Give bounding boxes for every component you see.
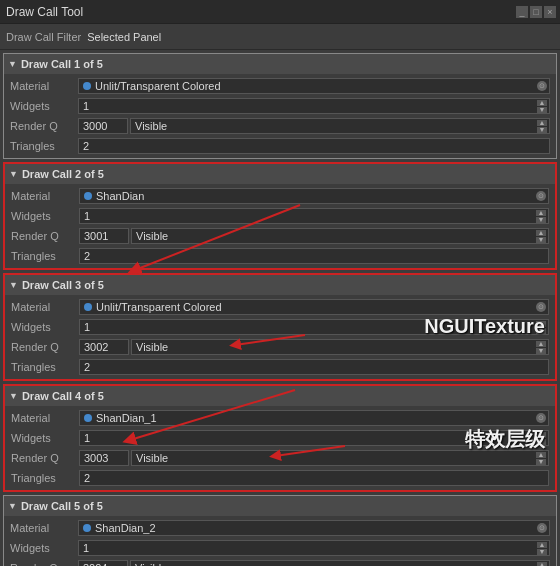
- renderq-vis-1[interactable]: Visible ▲ ▼: [130, 118, 550, 134]
- material-dot-4: [84, 414, 92, 422]
- widgets-spinner-2[interactable]: ▲ ▼: [536, 210, 546, 223]
- renderq-label-1: Render Q: [10, 120, 78, 132]
- object-picker-2[interactable]: ⊙: [536, 191, 546, 201]
- title-bar: Draw Call Tool _ □ ×: [0, 0, 560, 24]
- widgets-up-5[interactable]: ▲: [537, 542, 547, 548]
- renderq-num-5[interactable]: 3004: [78, 560, 128, 566]
- material-label-5: Material: [10, 522, 78, 534]
- widgets-down-1[interactable]: ▼: [537, 107, 547, 113]
- widgets-value-1[interactable]: 1 ▲ ▼: [78, 98, 550, 114]
- renderq-vis-2[interactable]: Visible ▲ ▼: [131, 228, 549, 244]
- renderq-vis-3[interactable]: Visible ▲ ▼: [131, 339, 549, 355]
- material-text-5: ShanDian_2: [95, 522, 156, 534]
- material-label-3: Material: [11, 301, 79, 313]
- triangles-row-3: Triangles 2: [5, 357, 555, 377]
- renderq-spinner-2[interactable]: ▲ ▼: [536, 230, 546, 243]
- draw-call-4: ▼ Draw Call 4 of 5 Material ShanDian_1 ⊙…: [3, 384, 557, 492]
- material-dot-3: [84, 303, 92, 311]
- widgets-text-2: 1: [84, 210, 90, 222]
- material-value-3[interactable]: Unlit/Transparent Colored ⊙: [79, 299, 549, 315]
- widgets-label-3: Widgets: [11, 321, 79, 333]
- renderq-row-1: Render Q 3000 Visible ▲ ▼: [4, 116, 556, 136]
- renderq-row-5: Render Q 3004 Visible ▲ ▼: [4, 558, 556, 566]
- svg-line-1: [235, 335, 305, 345]
- object-picker-3[interactable]: ⊙: [536, 302, 546, 312]
- triangles-text-1: 2: [83, 140, 89, 152]
- material-value-4[interactable]: ShanDian_1 ⊙: [79, 410, 549, 426]
- section-header-1[interactable]: ▼ Draw Call 1 of 5: [4, 54, 556, 74]
- material-label-1: Material: [10, 80, 78, 92]
- renderq-spinner-3[interactable]: ▲ ▼: [536, 341, 546, 354]
- arrow-icon-4: ▼: [9, 391, 18, 401]
- renderq-label-3: Render Q: [11, 341, 79, 353]
- widgets-value-5[interactable]: 1 ▲ ▼: [78, 540, 550, 556]
- material-text-3: Unlit/Transparent Colored: [96, 301, 222, 313]
- renderq-down-1[interactable]: ▼: [537, 127, 547, 133]
- triangles-label-2: Triangles: [11, 250, 79, 262]
- material-value-5[interactable]: ShanDian_2 ⊙: [78, 520, 550, 536]
- widgets-row-1: Widgets 1 ▲ ▼: [4, 96, 556, 116]
- renderq-down-3[interactable]: ▼: [536, 348, 546, 354]
- content-area: ▼ Draw Call 1 of 5 Material Unlit/Transp…: [0, 50, 560, 566]
- widgets-down-2[interactable]: ▼: [536, 217, 546, 223]
- widgets-up-2[interactable]: ▲: [536, 210, 546, 216]
- renderq-num-2[interactable]: 3001: [79, 228, 129, 244]
- material-row-5: Material ShanDian_2 ⊙: [4, 518, 556, 538]
- nguitexture-annotation: NGUITexture: [424, 315, 545, 338]
- material-dot-2: [84, 192, 92, 200]
- special-layer-annotation: 特效层级: [465, 426, 545, 453]
- widgets-spinner-1[interactable]: ▲ ▼: [537, 100, 547, 113]
- material-value-2[interactable]: ShanDian ⊙: [79, 188, 549, 204]
- renderq-up-1[interactable]: ▲: [537, 120, 547, 126]
- widgets-label-5: Widgets: [10, 542, 78, 554]
- renderq-spinner-4[interactable]: ▲ ▼: [536, 452, 546, 465]
- renderq-label-4: Render Q: [11, 452, 79, 464]
- widgets-text-1: 1: [83, 100, 89, 112]
- renderq-num-4[interactable]: 3003: [79, 450, 129, 466]
- renderq-spinner-1[interactable]: ▲ ▼: [537, 120, 547, 133]
- renderq-num-1[interactable]: 3000: [78, 118, 128, 134]
- renderq-down-2[interactable]: ▼: [536, 237, 546, 243]
- section-title-4: Draw Call 4 of 5: [22, 390, 104, 402]
- section-header-2[interactable]: ▼ Draw Call 2 of 5: [5, 164, 555, 184]
- widgets-text-5: 1: [83, 542, 89, 554]
- draw-call-2: ▼ Draw Call 2 of 5 Material ShanDian ⊙ W…: [3, 162, 557, 270]
- filter-bar: Draw Call Filter Selected Panel: [0, 24, 560, 50]
- close-button[interactable]: ×: [544, 6, 556, 18]
- widgets-spinner-5[interactable]: ▲ ▼: [537, 542, 547, 555]
- renderq-label-5: Render Q: [10, 562, 78, 566]
- renderq-up-2[interactable]: ▲: [536, 230, 546, 236]
- widgets-value-2[interactable]: 1 ▲ ▼: [79, 208, 549, 224]
- renderq-up-5[interactable]: ▲: [537, 562, 547, 567]
- widgets-up-1[interactable]: ▲: [537, 100, 547, 106]
- section-header-3[interactable]: ▼ Draw Call 3 of 5: [5, 275, 555, 295]
- widgets-down-5[interactable]: ▼: [537, 549, 547, 555]
- material-label-2: Material: [11, 190, 79, 202]
- renderq-vis-5[interactable]: Visible ▲ ▼: [130, 560, 550, 566]
- triangles-label-3: Triangles: [11, 361, 79, 373]
- section-title-1: Draw Call 1 of 5: [21, 58, 103, 70]
- renderq-num-3[interactable]: 3002: [79, 339, 129, 355]
- widgets-label-2: Widgets: [11, 210, 79, 222]
- maximize-button[interactable]: □: [530, 6, 542, 18]
- material-dot-5: [83, 524, 91, 532]
- section-header-4[interactable]: ▼ Draw Call 4 of 5: [5, 386, 555, 406]
- material-row-4: Material ShanDian_1 ⊙: [5, 408, 555, 428]
- widgets-text-4: 1: [84, 432, 90, 444]
- filter-value: Selected Panel: [87, 31, 161, 43]
- renderq-up-3[interactable]: ▲: [536, 341, 546, 347]
- material-value-1[interactable]: Unlit/Transparent Colored ⊙: [78, 78, 550, 94]
- object-picker-4[interactable]: ⊙: [536, 413, 546, 423]
- draw-call-1: ▼ Draw Call 1 of 5 Material Unlit/Transp…: [3, 53, 557, 159]
- draw-call-3: ▼ Draw Call 3 of 5 Material Unlit/Transp…: [3, 273, 557, 381]
- minimize-button[interactable]: _: [516, 6, 528, 18]
- material-text-2: ShanDian: [96, 190, 144, 202]
- renderq-down-4[interactable]: ▼: [536, 459, 546, 465]
- object-picker-5[interactable]: ⊙: [537, 523, 547, 533]
- renderq-spinner-5[interactable]: ▲ ▼: [537, 562, 547, 567]
- triangles-text-3: 2: [84, 361, 90, 373]
- object-picker-1[interactable]: ⊙: [537, 81, 547, 91]
- section-header-5[interactable]: ▼ Draw Call 5 of 5: [4, 496, 556, 516]
- renderq-label-2: Render Q: [11, 230, 79, 242]
- widgets-label-1: Widgets: [10, 100, 78, 112]
